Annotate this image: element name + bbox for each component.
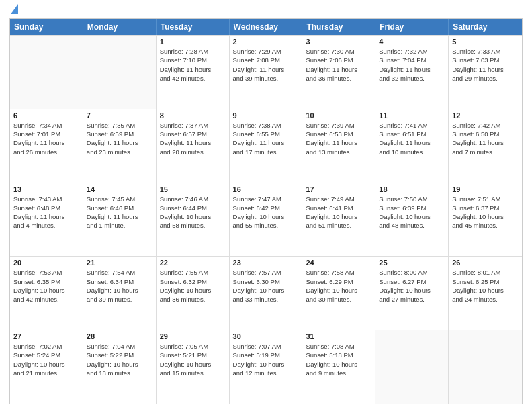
- cell-line: Sunrise: 7:49 AM: [306, 195, 371, 203]
- cell-line: and 30 minutes.: [306, 295, 371, 304]
- cell-line: Sunset: 6:25 PM: [452, 277, 519, 286]
- calendar-cell-1: 1Sunrise: 7:28 AMSunset: 7:10 PMDaylight…: [157, 36, 230, 109]
- day-number: 12: [452, 111, 519, 120]
- cell-line: Sunrise: 7:29 AM: [233, 47, 299, 56]
- calendar-cell-10: 10Sunrise: 7:39 AMSunset: 6:53 PMDayligh…: [302, 109, 375, 183]
- cell-line: Sunset: 6:29 PM: [306, 277, 371, 286]
- cell-line: and 42 minutes.: [160, 74, 226, 83]
- cell-line: Sunrise: 7:37 AM: [160, 121, 226, 130]
- calendar-week-3: 13Sunrise: 7:43 AMSunset: 6:48 PMDayligh…: [10, 183, 522, 257]
- cell-line: Sunrise: 7:42 AM: [452, 121, 519, 130]
- calendar-week-2: 6Sunrise: 7:34 AMSunset: 7:01 PMDaylight…: [10, 109, 522, 183]
- cell-line: Sunset: 6:51 PM: [379, 130, 445, 138]
- calendar-cell-5: 5Sunrise: 7:33 AMSunset: 7:03 PMDaylight…: [449, 36, 522, 109]
- calendar-cell-3: 3Sunrise: 7:30 AMSunset: 7:06 PMDaylight…: [302, 36, 375, 109]
- cell-line: Sunset: 6:37 PM: [452, 203, 519, 212]
- cell-line: Sunrise: 7:04 AM: [87, 342, 152, 351]
- cell-line: and 45 minutes.: [452, 221, 519, 230]
- day-number: 3: [306, 38, 371, 46]
- calendar-cell-15: 15Sunrise: 7:46 AMSunset: 6:44 PMDayligh…: [157, 183, 230, 257]
- cell-line: Sunrise: 7:53 AM: [13, 268, 79, 277]
- calendar-cell-16: 16Sunrise: 7:47 AMSunset: 6:42 PMDayligh…: [230, 183, 303, 257]
- cell-line: Sunrise: 7:05 AM: [160, 342, 226, 351]
- cell-line: Daylight: 11 hours: [160, 138, 226, 147]
- cell-line: Sunset: 5:22 PM: [87, 351, 152, 359]
- cell-line: Sunrise: 7:58 AM: [306, 268, 371, 277]
- cell-line: Sunset: 6:35 PM: [13, 277, 79, 286]
- cell-line: Sunrise: 7:57 AM: [233, 268, 299, 277]
- cell-line: and 36 minutes.: [160, 295, 226, 304]
- cell-line: Sunset: 5:21 PM: [160, 351, 226, 359]
- day-number: 2: [233, 38, 299, 46]
- day-number: 1: [160, 38, 226, 46]
- cell-line: and 21 minutes.: [13, 369, 79, 377]
- cell-line: Sunset: 6:57 PM: [160, 130, 226, 138]
- cell-line: Sunrise: 7:41 AM: [379, 121, 445, 130]
- cell-line: and 58 minutes.: [160, 221, 226, 230]
- cell-line: Sunset: 6:32 PM: [160, 277, 226, 286]
- cell-line: and 7 minutes.: [452, 148, 519, 156]
- calendar-cell-22: 22Sunrise: 7:55 AMSunset: 6:32 PMDayligh…: [157, 257, 230, 330]
- header: [9, 7, 523, 14]
- day-number: 5: [452, 38, 519, 46]
- cell-line: Daylight: 10 hours: [160, 360, 226, 369]
- cell-line: Sunset: 6:46 PM: [87, 203, 152, 212]
- calendar-cell-26: 26Sunrise: 8:01 AMSunset: 6:25 PMDayligh…: [449, 257, 522, 330]
- day-number: 30: [233, 332, 299, 340]
- cell-line: Daylight: 11 hours: [13, 212, 79, 221]
- cell-line: and 36 minutes.: [306, 74, 371, 83]
- calendar-cell-20: 20Sunrise: 7:53 AMSunset: 6:35 PMDayligh…: [10, 257, 83, 330]
- day-header-tuesday: Tuesday: [157, 19, 230, 35]
- calendar-cell-19: 19Sunrise: 7:51 AMSunset: 6:37 PMDayligh…: [449, 183, 522, 257]
- day-number: 6: [13, 111, 79, 120]
- day-number: 31: [306, 332, 371, 340]
- cell-line: Sunset: 5:18 PM: [306, 351, 371, 359]
- calendar-cell-empty: [83, 36, 157, 109]
- cell-line: Sunset: 7:03 PM: [452, 56, 519, 64]
- calendar-cell-24: 24Sunrise: 7:58 AMSunset: 6:29 PMDayligh…: [302, 257, 375, 330]
- cell-line: and 24 minutes.: [452, 295, 519, 304]
- cell-line: Daylight: 11 hours: [233, 138, 299, 147]
- cell-line: Sunrise: 7:45 AM: [87, 195, 152, 203]
- cell-line: Sunrise: 7:39 AM: [306, 121, 371, 130]
- calendar-cell-14: 14Sunrise: 7:45 AMSunset: 6:46 PMDayligh…: [83, 183, 157, 257]
- cell-line: Sunrise: 7:08 AM: [306, 342, 371, 351]
- cell-line: Sunrise: 7:50 AM: [379, 195, 445, 203]
- cell-line: Sunrise: 7:35 AM: [87, 121, 152, 130]
- cell-line: Sunset: 6:42 PM: [233, 203, 299, 212]
- cell-line: Sunrise: 7:30 AM: [306, 47, 371, 56]
- cell-line: Sunrise: 7:38 AM: [233, 121, 299, 130]
- cell-line: Sunset: 5:24 PM: [13, 351, 79, 359]
- cell-line: Sunset: 7:04 PM: [379, 56, 445, 64]
- day-number: 26: [452, 259, 519, 267]
- cell-line: Sunset: 7:08 PM: [233, 56, 299, 64]
- logo: [9, 7, 18, 14]
- calendar-body: 1Sunrise: 7:28 AMSunset: 7:10 PMDaylight…: [10, 35, 522, 404]
- cell-line: and 55 minutes.: [233, 221, 299, 230]
- cell-line: and 17 minutes.: [233, 148, 299, 156]
- cell-line: Daylight: 10 hours: [452, 286, 519, 295]
- day-number: 9: [233, 111, 299, 120]
- cell-line: and 15 minutes.: [160, 369, 226, 377]
- cell-line: Sunset: 5:19 PM: [233, 351, 299, 359]
- cell-line: Sunset: 6:34 PM: [87, 277, 152, 286]
- cell-line: Sunset: 6:53 PM: [306, 130, 371, 138]
- cell-line: Daylight: 10 hours: [379, 212, 445, 221]
- calendar-week-5: 27Sunrise: 7:02 AMSunset: 5:24 PMDayligh…: [10, 330, 522, 404]
- cell-line: and 39 minutes.: [233, 74, 299, 83]
- calendar-header-row: SundayMondayTuesdayWednesdayThursdayFrid…: [10, 19, 522, 35]
- cell-line: Daylight: 10 hours: [306, 286, 371, 295]
- day-number: 21: [87, 259, 152, 267]
- cell-line: Sunrise: 8:00 AM: [379, 268, 445, 277]
- calendar-cell-empty: [449, 330, 522, 404]
- calendar-cell-7: 7Sunrise: 7:35 AMSunset: 6:59 PMDaylight…: [83, 109, 157, 183]
- day-number: 15: [160, 185, 226, 193]
- day-number: 27: [13, 332, 79, 340]
- cell-line: Daylight: 10 hours: [87, 360, 152, 369]
- cell-line: and 51 minutes.: [306, 221, 371, 230]
- cell-line: and 12 minutes.: [233, 369, 299, 377]
- cell-line: and 33 minutes.: [233, 295, 299, 304]
- cell-line: Sunrise: 7:51 AM: [452, 195, 519, 203]
- day-number: 17: [306, 185, 371, 193]
- calendar-cell-2: 2Sunrise: 7:29 AMSunset: 7:08 PMDaylight…: [230, 36, 303, 109]
